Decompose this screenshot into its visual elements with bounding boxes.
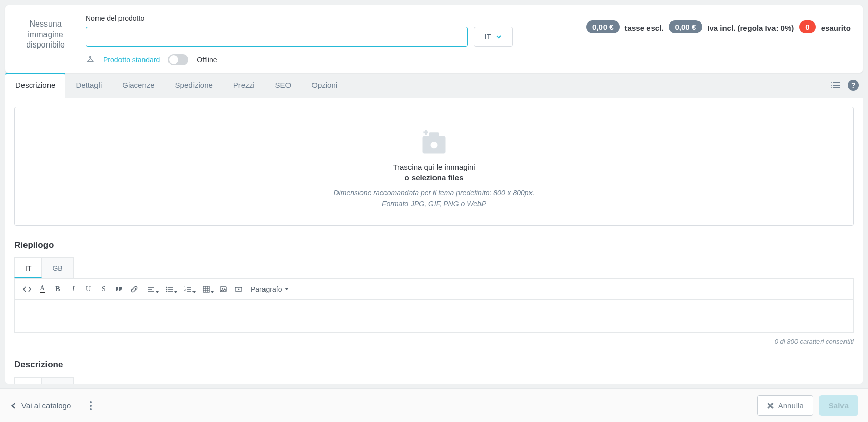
- list-icon[interactable]: [830, 80, 841, 91]
- align-icon[interactable]: [142, 283, 160, 295]
- back-to-catalog-link[interactable]: Vai al catalogo: [10, 401, 71, 410]
- tab-panel-descrizione: Trascina qui le immagini o seleziona fil…: [5, 98, 863, 384]
- svg-rect-27: [203, 286, 209, 292]
- product-tabs: Descrizione Dettagli Giacenze Spedizione…: [5, 73, 348, 98]
- svg-point-17: [166, 288, 168, 290]
- summary-char-count: 0 di 800 caratteri consentiti: [14, 338, 854, 345]
- stock-label: esaurito: [821, 20, 851, 35]
- save-button[interactable]: Salva: [819, 395, 858, 416]
- more-actions-menu[interactable]: [86, 401, 95, 410]
- tab-spedizione[interactable]: Spedizione: [165, 73, 223, 98]
- language-select[interactable]: IT: [474, 27, 513, 47]
- chevron-down-icon: [496, 34, 502, 40]
- tab-descrizione[interactable]: Descrizione: [5, 73, 65, 98]
- format-select[interactable]: Paragrafo: [251, 285, 289, 293]
- summary-lang-tab-it[interactable]: IT: [14, 257, 42, 278]
- tab-prezzi[interactable]: Prezzi: [223, 73, 265, 98]
- hanger-icon: [86, 55, 95, 64]
- video-icon[interactable]: [231, 283, 246, 295]
- close-icon: [767, 402, 774, 409]
- stock-qty-pill: 0: [799, 20, 815, 33]
- table-icon[interactable]: [198, 283, 215, 295]
- offline-label: Offline: [197, 56, 217, 64]
- camera-plus-icon: [419, 128, 449, 156]
- svg-text:2: 2: [184, 288, 186, 291]
- tab-giacenze[interactable]: Giacenze: [112, 73, 164, 98]
- footer-bar: Vai al catalogo Annulla Salva: [0, 388, 868, 422]
- svg-rect-8: [429, 132, 439, 137]
- dropzone-hint-1: Dimensione raccomandata per il tema pred…: [25, 187, 843, 198]
- underline-icon[interactable]: U: [81, 283, 95, 295]
- source-code-icon[interactable]: [20, 283, 34, 295]
- dropzone-text-1: Trascina qui le immagini: [25, 162, 843, 171]
- strikethrough-icon[interactable]: S: [97, 283, 111, 295]
- price-incl-pill: 0,00 €: [669, 20, 703, 33]
- svg-point-18: [166, 290, 168, 292]
- numbered-list-icon[interactable]: 12: [179, 283, 197, 295]
- svg-marker-35: [238, 288, 240, 290]
- product-type-link[interactable]: Prodotto standard: [103, 56, 160, 64]
- description-section-title: Descrizione: [14, 360, 854, 370]
- header-main: Nome del prodotto IT Prodotto standard O…: [86, 14, 574, 65]
- svg-point-6: [831, 87, 832, 88]
- price-incl-label: Iva incl. (regola Iva: 0%): [707, 20, 794, 35]
- save-button-label: Salva: [829, 401, 849, 410]
- summary-toolbar: A B I U S 12 Paragrafo: [14, 278, 854, 300]
- svg-point-4: [831, 82, 832, 83]
- tab-dettagli[interactable]: Dettagli: [65, 73, 112, 98]
- chevron-left-icon: [10, 402, 17, 409]
- svg-point-16: [166, 286, 168, 288]
- header-metrics: 0,00 € tasse escl. 0,00 € Iva incl. (reg…: [586, 14, 851, 65]
- blockquote-icon[interactable]: [112, 283, 126, 295]
- product-header: Nessuna immagine disponibile Nome del pr…: [5, 5, 863, 73]
- link-icon[interactable]: [127, 283, 141, 295]
- dropzone-hint-2: Formato JPG, GIF, PNG o WebP: [25, 198, 843, 209]
- bold-icon[interactable]: B: [51, 283, 65, 295]
- format-select-label: Paragrafo: [251, 285, 282, 293]
- summary-section-title: Riepilogo: [14, 240, 854, 250]
- dropzone-text-2: o seleziona files: [25, 173, 843, 182]
- description-editor: IT GB: [14, 377, 854, 384]
- price-excl-label: tasse escl.: [625, 20, 664, 35]
- svg-point-33: [222, 288, 223, 289]
- svg-point-5: [831, 85, 832, 86]
- price-excl-pill: 0,00 €: [586, 20, 620, 33]
- online-toggle[interactable]: [168, 54, 188, 65]
- cancel-button-label: Annulla: [778, 401, 804, 410]
- image-dropzone[interactable]: Trascina qui le immagini o seleziona fil…: [14, 107, 854, 226]
- italic-icon[interactable]: I: [66, 283, 80, 295]
- summary-lang-tab-gb[interactable]: GB: [42, 257, 73, 278]
- product-name-input[interactable]: [86, 27, 468, 47]
- back-to-catalog-label: Vai al catalogo: [21, 401, 71, 410]
- summary-textarea[interactable]: [14, 300, 854, 333]
- product-tabs-row: Descrizione Dettagli Giacenze Spedizione…: [5, 73, 863, 98]
- description-lang-tab-it[interactable]: IT: [14, 377, 42, 384]
- cancel-button[interactable]: Annulla: [757, 395, 813, 416]
- tab-seo[interactable]: SEO: [265, 73, 302, 98]
- product-name-label: Nome del prodotto: [86, 14, 574, 22]
- image-icon[interactable]: [216, 283, 230, 295]
- tab-opzioni[interactable]: Opzioni: [301, 73, 348, 98]
- no-image-text: Nessuna immagine disponibile: [17, 19, 74, 51]
- description-lang-tab-gb[interactable]: GB: [42, 377, 73, 384]
- bullet-list-icon[interactable]: [161, 283, 178, 295]
- no-image-placeholder: Nessuna immagine disponibile: [17, 14, 74, 55]
- text-color-icon[interactable]: A: [35, 283, 50, 295]
- help-icon[interactable]: ?: [848, 80, 859, 91]
- summary-editor: IT GB A B I U S 12 Paragrafo: [14, 257, 854, 333]
- language-selected: IT: [485, 33, 491, 41]
